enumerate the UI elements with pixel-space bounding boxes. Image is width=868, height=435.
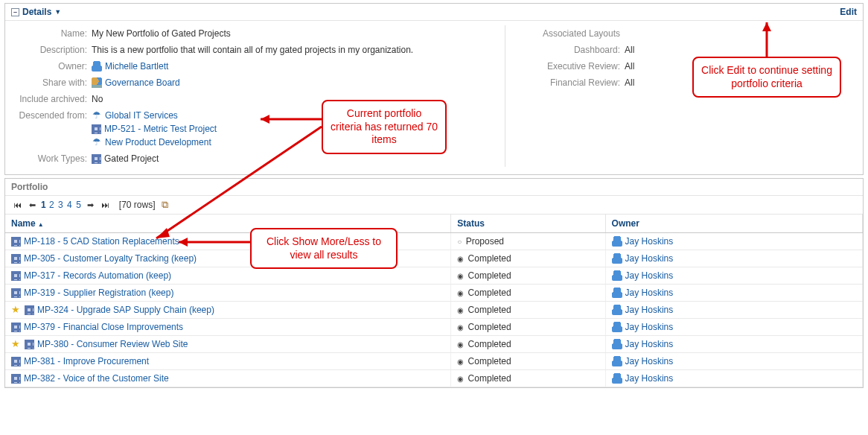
project-link[interactable]: MP-324 - Upgrade SAP Supply Chain (keep) xyxy=(37,305,214,315)
associated-layouts-heading: Associated Layouts xyxy=(520,28,625,39)
pager-page-link[interactable]: 3 xyxy=(58,200,63,210)
status-text: Completed xyxy=(465,253,511,264)
field-owner: Owner: Michelle Bartlett xyxy=(5,58,496,74)
project-icon xyxy=(11,323,21,332)
pager: ⏮ ⬅ 1 2 3 4 5 ➡ ⏭ [70 rows] xyxy=(5,196,863,215)
pager-page-link[interactable]: 2 xyxy=(49,200,54,210)
pager-next-button[interactable]: ➡ xyxy=(85,199,97,211)
owner-link[interactable]: Jay Hoskins xyxy=(625,356,674,366)
pager-prev-button[interactable]: ⬅ xyxy=(26,199,38,211)
column-header-name[interactable]: Name▲ xyxy=(5,215,451,233)
project-link[interactable]: MP-381 - Improve Procurement xyxy=(24,356,149,366)
associated-layout-row: Executive Review:All xyxy=(520,58,863,74)
table-row: MP-317 - Records Automation (keep)◉ Comp… xyxy=(5,267,863,285)
project-link[interactable]: MP-305 - Customer Loyalty Tracking (keep… xyxy=(24,253,197,264)
status-text: Completed xyxy=(465,339,511,349)
project-icon xyxy=(11,374,21,384)
project-link[interactable]: MP-379 - Financial Close Improvements xyxy=(24,322,183,332)
owner-link[interactable]: Jay Hoskins xyxy=(625,339,674,349)
show-more-less-button[interactable] xyxy=(162,200,172,210)
status-check-icon: ◉ xyxy=(457,289,464,297)
status-text: Completed xyxy=(465,356,511,366)
details-body: Name: My New Portfolio of Gated Projects… xyxy=(5,21,863,174)
details-panel: – Details ▼ Edit Name: My New Portfolio … xyxy=(4,3,864,175)
owner-link[interactable]: Jay Hoskins xyxy=(625,236,674,247)
portfolio-grid: Name▲ Status Owner MP-118 - 5 CAD Statio… xyxy=(5,215,863,387)
column-header-owner[interactable]: Owner xyxy=(605,215,862,233)
column-header-status[interactable]: Status xyxy=(451,215,605,233)
project-icon xyxy=(11,271,21,281)
sort-asc-icon: ▲ xyxy=(38,221,44,228)
status-check-icon: ◉ xyxy=(457,358,464,366)
associated-layout-row: Dashboard:All xyxy=(520,42,863,58)
owner-link[interactable]: Jay Hoskins xyxy=(625,322,674,332)
descended-from-link[interactable]: New Product Development xyxy=(105,137,211,147)
owner-link[interactable]: Jay Hoskins xyxy=(625,253,674,264)
project-link[interactable]: MP-380 - Consumer Review Web Site xyxy=(37,339,188,349)
details-toggle[interactable]: – Details ▼ xyxy=(11,7,61,17)
share-with-link[interactable]: Governance Board xyxy=(105,77,180,88)
owner-link[interactable]: Jay Hoskins xyxy=(625,270,674,281)
pager-first-button[interactable]: ⏮ xyxy=(11,199,23,211)
table-row: MP-305 - Customer Loyalty Tracking (keep… xyxy=(5,250,863,267)
status-text: Completed xyxy=(465,322,511,332)
status-text: Proposed xyxy=(463,236,504,247)
associated-layout-value: All xyxy=(625,77,634,88)
field-descended-from: Descended from: Global IT ServicesMP-521… xyxy=(5,107,496,150)
field-include-archived: Include archived: No xyxy=(5,91,496,107)
user-icon xyxy=(612,236,622,247)
associated-layout-label: Dashboard: xyxy=(520,45,625,55)
project-icon xyxy=(25,305,34,315)
table-row: MP-379 - Financial Close Improvements◉ C… xyxy=(5,319,863,336)
status-check-icon: ◉ xyxy=(457,306,464,314)
chevron-down-icon: ▼ xyxy=(54,8,61,16)
umbrella-icon xyxy=(92,137,102,147)
field-value: Governance Board xyxy=(92,77,496,88)
details-header-label: Details xyxy=(22,7,51,17)
project-link[interactable]: MP-118 - 5 CAD Station Replacements xyxy=(24,236,179,247)
descended-from-list: Global IT ServicesMP-521 - Metric Test P… xyxy=(92,110,496,147)
project-link[interactable]: MP-317 - Records Automation (keep) xyxy=(24,270,171,281)
field-value: My New Portfolio of Gated Projects xyxy=(92,28,496,39)
descended-from-item: New Product Development xyxy=(92,137,496,147)
table-row: MP-324 - Upgrade SAP Supply Chain (keep)… xyxy=(5,302,863,319)
star-icon xyxy=(11,305,22,315)
project-icon xyxy=(92,154,101,164)
project-icon xyxy=(92,124,101,134)
user-icon xyxy=(612,270,622,281)
project-icon xyxy=(25,340,34,349)
pager-last-button[interactable]: ⏭ xyxy=(100,199,112,211)
owner-link[interactable]: Jay Hoskins xyxy=(625,305,674,315)
portfolio-header: Portfolio xyxy=(5,179,863,196)
field-label: Description: xyxy=(5,45,92,55)
user-icon xyxy=(612,356,622,366)
descended-from-link[interactable]: MP-521 - Metric Test Project xyxy=(104,124,217,134)
user-icon xyxy=(612,339,622,349)
project-icon xyxy=(11,254,21,264)
status-open-icon: ○ xyxy=(457,238,462,246)
pager-page-current: 1 xyxy=(41,200,46,210)
project-icon xyxy=(11,237,21,247)
edit-link[interactable]: Edit xyxy=(840,7,857,17)
pager-rows-label: [70 rows] xyxy=(119,200,156,210)
project-link[interactable]: MP-319 - Supplier Registration (keep) xyxy=(24,288,173,298)
table-row: MP-118 - 5 CAD Station Replacements○ Pro… xyxy=(5,233,863,250)
associated-layouts-heading-row: Associated Layouts xyxy=(520,25,863,42)
pager-page-link[interactable]: 4 xyxy=(67,200,72,210)
project-link[interactable]: MP-382 - Voice of the Customer Site xyxy=(24,373,169,384)
status-text: Completed xyxy=(465,373,511,384)
descended-from-link[interactable]: Global IT Services xyxy=(105,110,178,121)
portfolio-panel: Portfolio ⏮ ⬅ 1 2 3 4 5 ➡ ⏭ [70 rows] Na… xyxy=(4,178,864,388)
owner-link[interactable]: Michelle Bartlett xyxy=(105,61,168,72)
associated-layout-label: Executive Review: xyxy=(520,61,625,72)
work-types-value: Gated Project xyxy=(104,153,159,164)
owner-link[interactable]: Jay Hoskins xyxy=(625,373,674,384)
user-icon xyxy=(612,322,622,332)
pager-page-link[interactable]: 5 xyxy=(76,200,81,210)
associated-layout-value: All xyxy=(625,45,634,55)
owner-link[interactable]: Jay Hoskins xyxy=(625,288,674,298)
field-label: Owner: xyxy=(5,61,92,72)
table-row: MP-319 - Supplier Registration (keep)◉ C… xyxy=(5,285,863,302)
field-value: This is a new portfolio that will contai… xyxy=(92,45,496,55)
project-icon xyxy=(11,357,21,366)
